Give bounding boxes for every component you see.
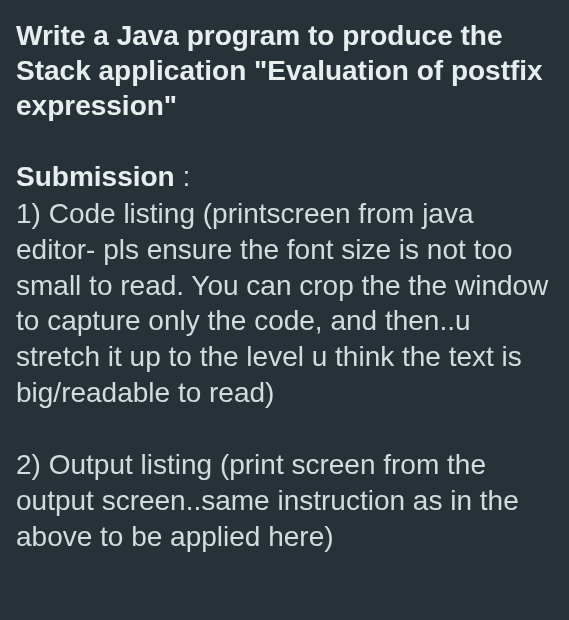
submission-label: Submission [16, 161, 175, 192]
submission-heading: Submission : [16, 159, 553, 194]
submission-item-1: 1) Code listing (printscreen from java e… [16, 196, 553, 411]
submission-item-2: 2) Output listing (print screen from the… [16, 447, 553, 554]
assignment-title: Write a Java program to produce the Stac… [16, 18, 553, 123]
submission-colon: : [175, 161, 191, 192]
